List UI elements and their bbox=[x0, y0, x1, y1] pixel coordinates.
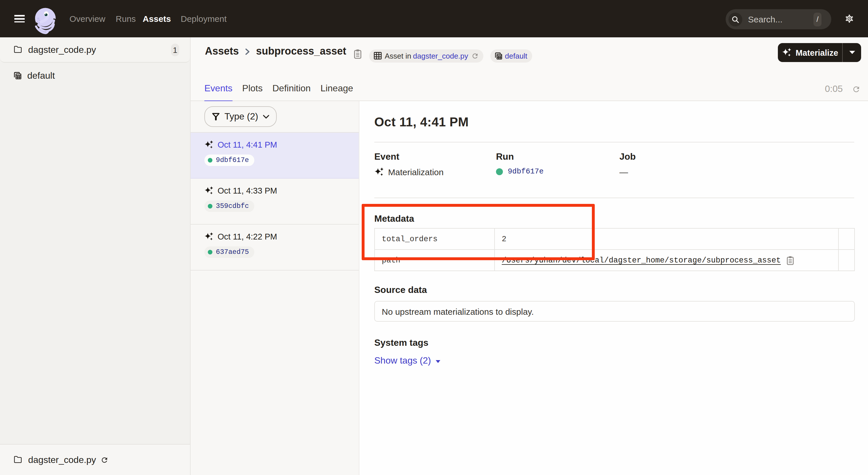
count-badge: 1 bbox=[171, 43, 179, 56]
run-column: Run 9dbf617e bbox=[496, 152, 544, 176]
run-column-label: Run bbox=[496, 152, 544, 162]
copy-icon[interactable] bbox=[786, 255, 795, 265]
metadata-key: total_orders bbox=[375, 228, 495, 249]
filter-row: Type (2) bbox=[191, 101, 359, 133]
reload-icon[interactable] bbox=[101, 456, 109, 464]
event-time: Oct 11, 4:22 PM bbox=[218, 232, 277, 241]
group-chip[interactable]: default bbox=[490, 49, 532, 62]
copy-icon[interactable] bbox=[353, 49, 362, 59]
chip-reload-icon[interactable] bbox=[471, 52, 478, 59]
table-grid-icon bbox=[374, 52, 382, 60]
dagster-logo[interactable] bbox=[34, 7, 57, 36]
breadcrumb-assets[interactable]: Assets bbox=[205, 45, 239, 57]
sidebar-item-label: dagster_code.py bbox=[28, 44, 171, 55]
tab-label: Lineage bbox=[320, 83, 353, 93]
materialize-label: Materialize bbox=[796, 48, 838, 57]
sparkle-icon bbox=[782, 48, 792, 57]
refresh-elapsed: 0:05 bbox=[825, 84, 843, 94]
event-value-row: Materialization bbox=[374, 167, 443, 177]
sparkle-icon bbox=[374, 167, 384, 177]
table-row: total_orders 2 bbox=[375, 228, 855, 249]
job-column-label: Job bbox=[619, 152, 636, 162]
sparkle-icon bbox=[205, 232, 214, 241]
sidebar-group-label: default bbox=[27, 71, 55, 81]
caret-down-icon bbox=[435, 360, 440, 363]
run-id: 359cdbfc bbox=[216, 202, 249, 210]
event-time-row: Oct 11, 4:33 PM bbox=[205, 186, 345, 195]
metadata-action-cell bbox=[838, 249, 855, 271]
run-id-pill[interactable]: 637aed75 bbox=[205, 246, 254, 258]
tab-plots[interactable]: Plots bbox=[242, 83, 262, 102]
nav-item-assets[interactable]: Assets bbox=[143, 14, 171, 24]
run-status-dot bbox=[208, 204, 212, 208]
metadata-key: path bbox=[375, 249, 495, 271]
run-status-dot bbox=[208, 250, 212, 255]
sparkle-icon bbox=[205, 186, 214, 195]
search-input[interactable]: Search... / bbox=[725, 9, 831, 29]
dagster-asset-page: Overview Runs Assets Deployment Search..… bbox=[0, 0, 868, 475]
search-icon-wrap bbox=[728, 12, 742, 26]
caret-down-icon bbox=[849, 51, 855, 55]
tab-events[interactable]: Events bbox=[205, 83, 232, 102]
event-list-item[interactable]: Oct 11, 4:33 PM 359cdbfc bbox=[191, 179, 359, 225]
chip-prefix: Asset in bbox=[384, 51, 411, 60]
tab-lineage[interactable]: Lineage bbox=[320, 83, 353, 102]
path-cell: /Users/yuhan/dev/local/dagster_home/stor… bbox=[502, 255, 831, 265]
asset-definition-chip[interactable]: Asset in dagster_code.py bbox=[369, 49, 483, 62]
chip-group-link[interactable]: default bbox=[505, 51, 527, 60]
run-id-link[interactable]: 9dbf617e bbox=[508, 167, 544, 176]
divider bbox=[374, 142, 854, 143]
chevron-down-icon bbox=[262, 115, 269, 119]
nav-item-deployment[interactable]: Deployment bbox=[181, 14, 227, 24]
breadcrumb: Assets subprocess_asset Asset in dagster… bbox=[205, 47, 532, 64]
event-list-item[interactable]: Oct 11, 4:41 PM 9dbf617e bbox=[191, 133, 359, 179]
page-header: Assets subprocess_asset Asset in dagster… bbox=[191, 37, 868, 101]
filter-label: Type (2) bbox=[224, 112, 258, 122]
event-list-item[interactable]: Oct 11, 4:22 PM 637aed75 bbox=[191, 225, 359, 270]
asset-group-icon bbox=[495, 52, 502, 59]
show-tags-toggle[interactable]: Show tags (2) bbox=[374, 356, 440, 366]
type-filter-button[interactable]: Type (2) bbox=[205, 106, 276, 127]
path-link[interactable]: /Users/yuhan/dev/local/dagster_home/stor… bbox=[502, 256, 781, 265]
run-id-pill[interactable]: 9dbf617e bbox=[205, 154, 254, 166]
job-value: — bbox=[619, 167, 628, 177]
materialize-dropdown-button[interactable] bbox=[843, 43, 861, 62]
refresh-info: 0:05 bbox=[825, 84, 861, 94]
refresh-icon[interactable] bbox=[852, 85, 861, 93]
sidebar-item-default-group[interactable]: default bbox=[0, 63, 190, 88]
metadata-heading: Metadata bbox=[374, 214, 414, 224]
event-time: Oct 11, 4:41 PM bbox=[218, 140, 277, 149]
divider bbox=[374, 198, 854, 198]
search-icon bbox=[732, 16, 739, 23]
sidebar-item-code-location[interactable]: dagster_code.py 1 bbox=[0, 37, 190, 63]
system-tags-heading: System tags bbox=[374, 338, 429, 348]
event-detail-title: Oct 11, 4:41 PM bbox=[374, 115, 469, 130]
nav-item-runs[interactable]: Runs bbox=[116, 14, 136, 24]
materialize-button-main[interactable]: Materialize bbox=[778, 43, 842, 62]
sparkle-icon bbox=[205, 140, 214, 149]
tab-label: Events bbox=[205, 83, 232, 93]
sidebar-bottom-label: dagster_code.py bbox=[28, 455, 96, 465]
nav-links: Overview Runs Assets Deployment bbox=[69, 0, 227, 37]
chip-code-location-link[interactable]: dagster_code.py bbox=[413, 51, 468, 60]
event-column-label: Event bbox=[374, 152, 443, 162]
sidebar: dagster_code.py 1 default dagster_code.p… bbox=[0, 37, 191, 475]
run-status-dot bbox=[496, 168, 503, 175]
tab-label: Plots bbox=[242, 83, 262, 93]
materialize-button[interactable]: Materialize bbox=[778, 43, 861, 62]
chevron-right-icon bbox=[244, 48, 251, 56]
settings-gear-icon[interactable] bbox=[845, 14, 854, 23]
search-placeholder: Search... bbox=[748, 14, 813, 24]
tab-definition[interactable]: Definition bbox=[272, 83, 311, 102]
nav-item-overview[interactable]: Overview bbox=[69, 14, 105, 24]
sidebar-bottom-code-location[interactable]: dagster_code.py bbox=[0, 444, 190, 475]
run-value-row: 9dbf617e bbox=[496, 167, 544, 176]
search-shortcut-key: / bbox=[813, 12, 822, 26]
run-id-pill[interactable]: 359cdbfc bbox=[205, 201, 254, 212]
event-time: Oct 11, 4:33 PM bbox=[218, 186, 277, 195]
folder-icon bbox=[14, 46, 22, 53]
menu-icon[interactable] bbox=[14, 14, 25, 23]
metadata-table: total_orders 2 path /Users/yuhan/dev/loc… bbox=[374, 228, 855, 271]
event-time-row: Oct 11, 4:41 PM bbox=[205, 140, 345, 149]
tab-bar: Events Plots Definition Lineage bbox=[205, 83, 363, 102]
